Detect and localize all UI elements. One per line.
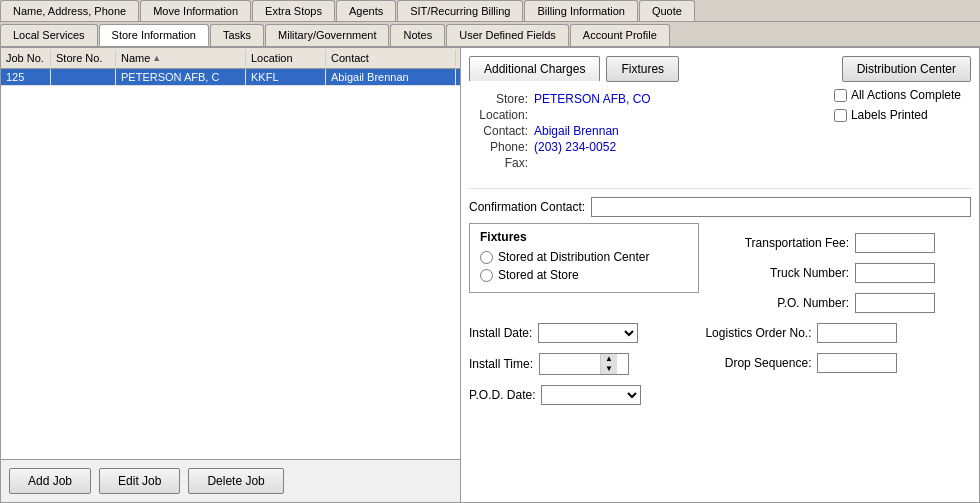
fees-col: Transportation Fee: Truck Number: P.O. N…	[719, 223, 935, 313]
fax-row: Fax:	[469, 156, 651, 170]
radio-store-row: Stored at Store	[480, 268, 688, 282]
truck-number-label: Truck Number:	[719, 266, 849, 280]
col-header-name[interactable]: Name ▲	[116, 50, 246, 66]
install-date-label: Install Date:	[469, 326, 532, 340]
all-actions-row: All Actions Complete	[834, 88, 961, 102]
tab-row-2: Local Services Store Information Tasks M…	[0, 22, 980, 47]
form-col-left: Install Date: Install Time: ▲ ▼	[469, 323, 641, 405]
radio-distribution-center[interactable]	[480, 251, 493, 264]
phone-label: Phone:	[469, 140, 534, 154]
po-number-label: P.O. Number:	[719, 296, 849, 310]
labels-printed-checkbox[interactable]	[834, 109, 847, 122]
additional-charges-button[interactable]: Additional Charges	[469, 56, 600, 82]
col-header-contact[interactable]: Contact	[326, 50, 456, 66]
phone-row: Phone: (203) 234-0052	[469, 140, 651, 154]
tab-billing-information[interactable]: Billing Information	[524, 0, 637, 21]
radio-distribution-center-label: Stored at Distribution Center	[498, 250, 649, 264]
all-actions-checkbox[interactable]	[834, 89, 847, 102]
store-value: PETERSON AFB, CO	[534, 92, 651, 106]
table-row[interactable]: 125 PETERSON AFB, C KKFL Abigail Brennan	[1, 69, 460, 86]
install-time-input[interactable]	[540, 355, 600, 373]
col-header-jobno[interactable]: Job No.	[1, 50, 51, 66]
tab-quote[interactable]: Quote	[639, 0, 695, 21]
transportation-fee-row: Transportation Fee:	[719, 233, 935, 253]
fixtures-title: Fixtures	[480, 230, 688, 244]
main-content: Job No. Store No. Name ▲ Location Contac…	[0, 47, 980, 503]
contact-label: Contact:	[469, 124, 534, 138]
pod-date-label: P.O.D. Date:	[469, 388, 535, 402]
cell-storeno	[51, 69, 116, 85]
tab-agents[interactable]: Agents	[336, 0, 396, 21]
checkboxes-section: All Actions Complete Labels Printed	[834, 88, 971, 174]
pod-date-select[interactable]	[541, 385, 641, 405]
transportation-fee-input[interactable]	[855, 233, 935, 253]
tab-notes[interactable]: Notes	[390, 24, 445, 46]
confirmation-input[interactable]	[591, 197, 971, 217]
tab-move-information[interactable]: Move Information	[140, 0, 251, 21]
radio-store-label: Stored at Store	[498, 268, 579, 282]
tab-extra-stops[interactable]: Extra Stops	[252, 0, 335, 21]
truck-number-row: Truck Number:	[719, 263, 935, 283]
bottom-bar: Add Job Edit Job Delete Job	[1, 459, 460, 502]
fixtures-box: Fixtures Stored at Distribution Center S…	[469, 223, 699, 293]
tab-tasks[interactable]: Tasks	[210, 24, 264, 46]
cell-jobno: 125	[1, 69, 51, 85]
tab-store-information[interactable]: Store Information	[99, 24, 209, 46]
radio-store[interactable]	[480, 269, 493, 282]
pod-date-row: P.O.D. Date:	[469, 385, 641, 405]
contact-row: Contact: Abigail Brennan	[469, 124, 651, 138]
install-date-select[interactable]	[538, 323, 638, 343]
confirmation-row: Confirmation Contact:	[469, 188, 971, 217]
form-col-right: Logistics Order No.: Drop Sequence:	[661, 323, 897, 405]
tab-local-services[interactable]: Local Services	[0, 24, 98, 46]
col-header-storeno[interactable]: Store No.	[51, 50, 116, 66]
drop-sequence-input[interactable]	[817, 353, 897, 373]
install-time-label: Install Time:	[469, 357, 533, 371]
labels-printed-label: Labels Printed	[851, 108, 928, 122]
add-job-button[interactable]: Add Job	[9, 468, 91, 494]
col-header-location[interactable]: Location	[246, 50, 326, 66]
cell-contact: Abigail Brennan	[326, 69, 456, 85]
tab-account-profile[interactable]: Account Profile	[570, 24, 670, 46]
po-number-input[interactable]	[855, 293, 935, 313]
po-number-row: P.O. Number:	[719, 293, 935, 313]
store-info-section: Store: PETERSON AFB, CO Location: Contac…	[469, 88, 971, 174]
store-label: Store:	[469, 92, 534, 106]
install-time-row: Install Time: ▲ ▼	[469, 353, 641, 375]
right-top-buttons: Additional Charges Fixtures Distribution…	[469, 56, 971, 82]
install-time-wrapper: ▲ ▼	[539, 353, 629, 375]
install-date-row: Install Date:	[469, 323, 641, 343]
distribution-center-button[interactable]: Distribution Center	[842, 56, 971, 82]
time-down-button[interactable]: ▼	[601, 364, 617, 374]
tab-user-defined-fields[interactable]: User Defined Fields	[446, 24, 569, 46]
logistics-order-input[interactable]	[817, 323, 897, 343]
left-panel: Job No. Store No. Name ▲ Location Contac…	[1, 48, 461, 502]
fixtures-and-fees: Fixtures Stored at Distribution Center S…	[469, 223, 971, 313]
fax-label: Fax:	[469, 156, 534, 170]
confirmation-label: Confirmation Contact:	[469, 200, 585, 214]
radio-distribution-center-row: Stored at Distribution Center	[480, 250, 688, 264]
store-info: Store: PETERSON AFB, CO Location: Contac…	[469, 88, 651, 174]
time-spinners: ▲ ▼	[600, 354, 617, 374]
tab-sit-recurring[interactable]: SIT/Recurring Billing	[397, 0, 523, 21]
truck-number-input[interactable]	[855, 263, 935, 283]
delete-job-button[interactable]: Delete Job	[188, 468, 283, 494]
logistics-order-label: Logistics Order No.:	[681, 326, 811, 340]
cell-location: KKFL	[246, 69, 326, 85]
store-row: Store: PETERSON AFB, CO	[469, 92, 651, 106]
grid-header: Job No. Store No. Name ▲ Location Contac…	[1, 48, 460, 69]
grid-body: 125 PETERSON AFB, C KKFL Abigail Brennan	[1, 69, 460, 459]
right-panel: Additional Charges Fixtures Distribution…	[461, 48, 979, 502]
drop-sequence-label: Drop Sequence:	[681, 356, 811, 370]
tab-row-1: Name, Address, Phone Move Information Ex…	[0, 0, 980, 22]
contact-value: Abigail Brennan	[534, 124, 619, 138]
tab-name-address-phone[interactable]: Name, Address, Phone	[0, 0, 139, 21]
edit-job-button[interactable]: Edit Job	[99, 468, 180, 494]
location-label: Location:	[469, 108, 534, 122]
tab-military-government[interactable]: Military/Government	[265, 24, 389, 46]
time-up-button[interactable]: ▲	[601, 354, 617, 364]
drop-sequence-row: Drop Sequence:	[681, 353, 897, 373]
location-row: Location:	[469, 108, 651, 122]
fixtures-button[interactable]: Fixtures	[606, 56, 679, 82]
labels-printed-row: Labels Printed	[834, 108, 961, 122]
